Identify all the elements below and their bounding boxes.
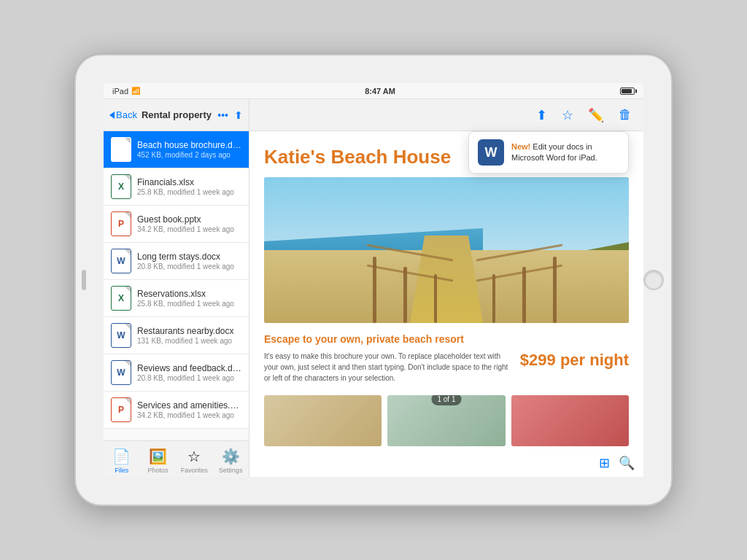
file-type-icon (111, 211, 131, 236)
file-type-icon (111, 249, 131, 273)
search-button[interactable]: 🔍 (619, 455, 635, 471)
grid-view-button[interactable]: ⊞ (599, 455, 610, 471)
device-name-label: iPad (112, 87, 128, 96)
photos-tab-label: Photos (148, 467, 169, 474)
preview-toolbar: ⬆ ☆ ✏️ 🗑 (249, 99, 643, 131)
tab-files[interactable]: 📄 Files (104, 445, 140, 474)
file-item[interactable]: Financials.xlsx25.8 KB, modified 1 week … (104, 168, 249, 206)
price-text: $299 per night (520, 351, 629, 370)
file-item[interactable]: Restaurants nearby.docx131 KB, modified … (104, 317, 249, 354)
file-type-icon (111, 137, 131, 162)
file-type-icon (111, 323, 131, 348)
favorites-tab-label: Favorites (181, 467, 208, 474)
ipad-screen: iPad 📶 8:47 AM Back Rental p (104, 83, 643, 477)
page-indicator: 1 of 1 (431, 395, 461, 405)
battery-icon (620, 88, 635, 95)
files-tab-label: Files (115, 467, 128, 474)
share-toolbar-button[interactable]: ⬆ (536, 107, 547, 123)
time-label: 8:47 AM (365, 87, 395, 96)
file-list: Beach house brochure.docx452 KB, modifie… (104, 131, 249, 440)
delete-toolbar-button[interactable]: 🗑 (619, 107, 632, 122)
sidebar-header-actions: ••• ⬆ (217, 109, 243, 121)
file-meta-label: 34.2 KB, modified 1 week ago (137, 225, 241, 233)
thumbnail-2: 1 of 1 (387, 395, 505, 446)
back-chevron-icon (109, 112, 115, 119)
beach-image (264, 177, 629, 323)
tab-settings[interactable]: ⚙️ Settings (212, 445, 249, 474)
preview-bottom-icons: ⊞ 🔍 (599, 455, 635, 471)
thumbnail-row: 1 of 1 (264, 395, 629, 446)
file-name-label: Long term stays.docx (137, 252, 241, 262)
file-name-label: Reservations.xlsx (137, 289, 241, 299)
tab-favorites[interactable]: ☆ Favorites (177, 445, 213, 474)
file-meta-label: 25.8 KB, modified 1 week ago (137, 188, 241, 196)
file-name-label: Services and amenities.pptx (137, 400, 241, 411)
preview-area: ⬆ ☆ ✏️ 🗑 W New! Edit your docs in Micros… (249, 99, 643, 477)
ipad-device: iPad 📶 8:47 AM Back Rental p (74, 54, 673, 506)
sidebar-header: Back Rental property ••• ⬆ (104, 99, 249, 131)
file-name-label: Guest book.pptx (137, 214, 241, 225)
preview-content[interactable]: Katie's Beach House (249, 131, 643, 477)
tab-bar: 📄 Files 🖼️ Photos ☆ Favorites ⚙️ Setting… (104, 440, 249, 477)
back-label: Back (116, 109, 137, 120)
tooltip-content: New! Edit your docs in Microsoft Word fo… (511, 141, 619, 164)
file-type-icon (111, 286, 131, 311)
file-item[interactable]: Services and amenities.pptx34.2 KB, modi… (104, 392, 249, 429)
file-name-label: Reviews and feedback.docx (137, 363, 241, 373)
file-meta-label: 34.2 KB, modified 1 week ago (137, 411, 241, 419)
settings-tab-icon: ⚙️ (222, 448, 240, 465)
share-button[interactable]: ⬆ (234, 109, 243, 121)
doc-body-row: It's easy to make this brochure your own… (264, 351, 629, 384)
file-item[interactable]: Reservations.xlsx25.8 KB, modified 1 wee… (104, 280, 249, 317)
file-meta-label: 452 KB, modified 2 days ago (137, 151, 241, 159)
settings-tab-label: Settings (219, 467, 243, 474)
fence-decoration (355, 221, 574, 323)
file-type-icon (111, 174, 131, 199)
file-item[interactable]: Beach house brochure.docx452 KB, modifie… (104, 131, 249, 168)
favorites-tab-icon: ☆ (187, 448, 201, 465)
status-left: iPad 📶 (112, 87, 140, 96)
home-button[interactable] (643, 270, 664, 290)
escape-heading: Escape to your own, private beach resort (264, 333, 629, 345)
file-item[interactable]: Guest book.pptx34.2 KB, modified 1 week … (104, 206, 249, 243)
file-meta-label: 20.8 KB, modified 1 week ago (137, 374, 241, 382)
thumbnail-3 (511, 395, 629, 446)
folder-title: Rental property (142, 109, 213, 120)
file-name-label: Beach house brochure.docx (137, 140, 241, 150)
tab-photos[interactable]: 🖼️ Photos (140, 445, 177, 474)
edit-toolbar-button[interactable]: ✏️ (588, 107, 604, 123)
more-options-button[interactable]: ••• (217, 109, 228, 121)
photos-tab-icon: 🖼️ (149, 448, 167, 465)
thumbnail-1 (264, 395, 382, 446)
files-tab-icon: 📄 (112, 448, 131, 465)
status-bar: iPad 📶 8:47 AM (104, 83, 643, 99)
back-button[interactable]: Back (109, 109, 137, 120)
file-meta-label: 131 KB, modified 1 week ago (137, 337, 241, 345)
sidebar: Back Rental property ••• ⬆ Beach house b… (104, 99, 249, 477)
wifi-icon: 📶 (131, 87, 140, 95)
volume-button[interactable] (82, 270, 86, 290)
word-tooltip: W New! Edit your docs in Microsoft Word … (468, 131, 629, 174)
file-name-label: Restaurants nearby.docx (137, 326, 241, 336)
file-meta-label: 25.8 KB, modified 1 week ago (137, 300, 241, 308)
status-right (620, 88, 635, 95)
word-logo-icon: W (478, 139, 504, 166)
content-area: Back Rental property ••• ⬆ Beach house b… (104, 99, 643, 477)
file-name-label: Financials.xlsx (137, 177, 241, 187)
favorite-toolbar-button[interactable]: ☆ (562, 107, 573, 123)
file-type-icon (111, 397, 131, 422)
file-meta-label: 20.8 KB, modified 1 week ago (137, 262, 241, 271)
tooltip-new-label: New! (511, 142, 530, 151)
file-item[interactable]: Long term stays.docx20.8 KB, modified 1 … (104, 243, 249, 280)
doc-body-text: It's easy to make this brochure your own… (264, 351, 508, 384)
file-type-icon (111, 360, 131, 385)
file-item[interactable]: Reviews and feedback.docx20.8 KB, modifi… (104, 354, 249, 392)
